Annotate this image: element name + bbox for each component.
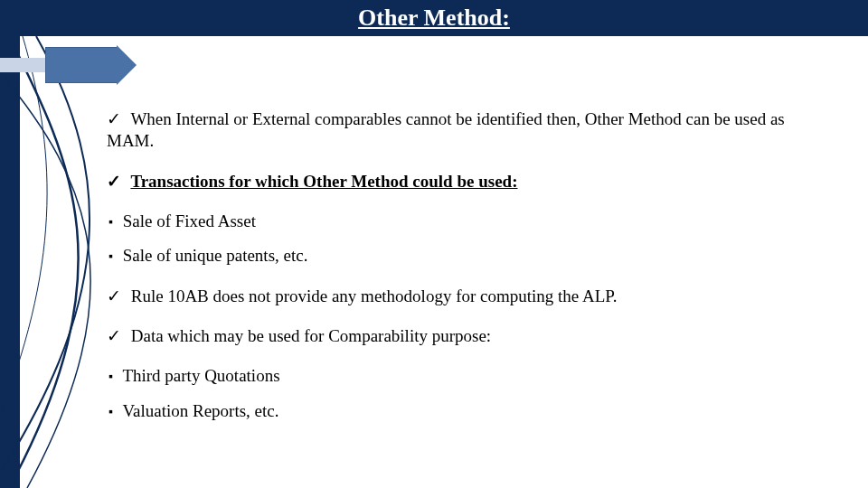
bullet-square-2: Sale of unique patents, etc. [108, 245, 812, 267]
bullet-text: When Internal or External comparables ca… [107, 109, 785, 150]
bullet-check-1: When Internal or External comparables ca… [107, 108, 812, 153]
bullet-text: Third party Quotations [122, 366, 279, 385]
bullet-text: Transactions for which Other Method coul… [130, 172, 517, 191]
bullet-square-4: Valuation Reports, etc. [108, 400, 812, 422]
bullet-check-2: Transactions for which Other Method coul… [107, 171, 812, 192]
title-bar: Other Method: [0, 0, 868, 36]
bullet-check-4: Data which may be used for Comparability… [107, 325, 812, 347]
bullet-check-3: Rule 10AB does not provide any methodolo… [107, 286, 812, 307]
arrow-decoration [0, 47, 154, 83]
bullet-text: Data which may be used for Comparability… [131, 326, 491, 345]
arrow-head-icon [117, 45, 137, 85]
content-area: When Internal or External comparables ca… [107, 108, 812, 440]
left-accent-bar [0, 36, 20, 488]
bullet-text: Sale of unique patents, etc. [123, 246, 308, 265]
bullet-text: Sale of Fixed Asset [123, 211, 256, 230]
arrow-body [45, 47, 118, 83]
bullet-square-1: Sale of Fixed Asset [108, 211, 812, 232]
bullet-square-3: Third party Quotations [108, 365, 812, 387]
slide-title: Other Method: [358, 5, 510, 31]
bullet-text: Valuation Reports, etc. [122, 401, 278, 420]
bullet-text: Rule 10AB does not provide any methodolo… [131, 286, 618, 305]
slide: Other Method: When Internal or External … [0, 0, 868, 488]
